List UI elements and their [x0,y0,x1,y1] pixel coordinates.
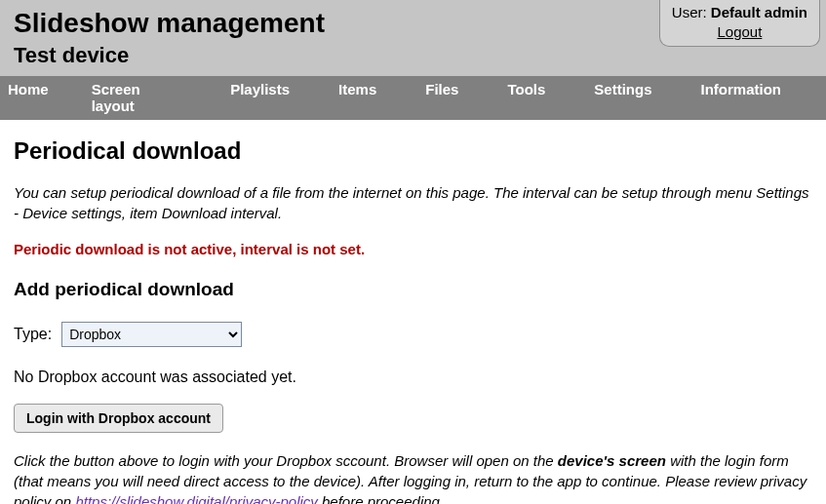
instructions-bold: device's screen [558,452,666,469]
user-name: Default admin [711,4,807,20]
type-select[interactable]: Dropbox [61,322,242,347]
page-title: Periodical download [14,137,812,165]
nav-tools[interactable]: Tools [501,76,561,120]
instructions-part3: before proceeding. [318,493,444,504]
warning-text: Periodic download is not active, interva… [14,241,812,257]
user-box: User: Default admin Logout [659,0,820,47]
login-dropbox-button[interactable]: Login with Dropbox account [14,404,223,433]
instructions: Click the button above to login with you… [14,450,812,504]
section-title: Add periodical download [14,279,812,300]
header: User: Default admin Logout Slideshow man… [0,0,826,76]
nav-settings[interactable]: Settings [588,76,667,120]
navbar: Home Screen layout Playlists Items Files… [0,76,826,120]
content: Periodical download You can setup period… [0,120,826,504]
instructions-part1: Click the button above to login with you… [14,452,558,469]
nav-home[interactable]: Home [2,76,64,120]
type-label: Type: [14,326,52,343]
nav-playlists[interactable]: Playlists [224,76,305,120]
nav-screen-layout[interactable]: Screen layout [86,76,197,120]
privacy-policy-link[interactable]: https://slideshow.digital/privacy-policy [75,493,317,504]
nav-items[interactable]: Items [333,76,392,120]
nav-files[interactable]: Files [419,76,474,120]
type-row: Type: Dropbox [14,322,812,347]
dropbox-status: No Dropbox account was associated yet. [14,368,812,386]
logout-link[interactable]: Logout [717,22,762,42]
nav-information[interactable]: Information [695,76,798,120]
user-label: User: [672,4,711,20]
intro-text: You can setup periodical download of a f… [14,182,812,223]
